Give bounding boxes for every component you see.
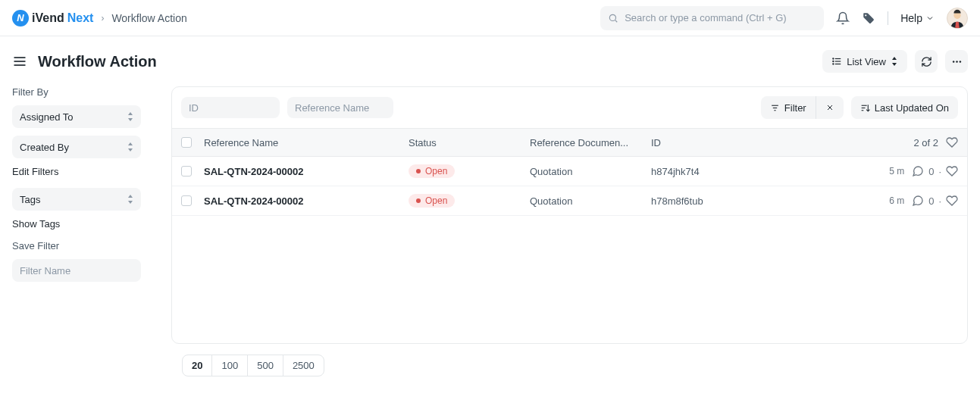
search-icon	[608, 13, 618, 23]
list-card: Filter Last Updated On Reference Name St…	[171, 86, 968, 344]
page-size-20[interactable]: 20	[183, 355, 212, 376]
reference-name-filter-input[interactable]	[287, 97, 393, 118]
heart-icon[interactable]	[946, 195, 958, 207]
row-timestamp: 5 m	[889, 166, 904, 177]
assigned-to-label: Assigned To	[20, 111, 74, 123]
page-title: Workflow Action	[38, 53, 822, 70]
svg-point-13	[956, 61, 958, 63]
list-header: Reference Name Status Reference Documen.…	[172, 128, 967, 157]
nav-divider	[888, 11, 888, 25]
col-header-id[interactable]: ID	[651, 137, 844, 148]
select-arrows-icon	[127, 142, 133, 152]
filter-name-input[interactable]	[12, 259, 141, 282]
created-by-select[interactable]: Created By	[12, 136, 141, 158]
meta-separator: ·	[938, 166, 941, 177]
brand-text-1: iVend	[32, 11, 64, 25]
comment-icon[interactable]	[912, 165, 924, 177]
col-header-reference-name[interactable]: Reference Name	[204, 137, 409, 148]
filter-label: Filter	[784, 102, 806, 114]
row-reference-name: SAL-QTN-2024-00002	[204, 166, 409, 177]
select-arrows-icon	[891, 57, 898, 66]
breadcrumb-separator-icon: ›	[101, 13, 104, 23]
col-header-reference-document[interactable]: Reference Documen...	[530, 137, 651, 148]
brand-text-2: Next	[67, 11, 94, 25]
brand-logo[interactable]: N iVendNext	[12, 10, 93, 27]
comment-icon[interactable]	[912, 195, 924, 207]
page-size-2500[interactable]: 2500	[283, 355, 324, 376]
page-size-100[interactable]: 100	[212, 355, 248, 376]
id-filter-input[interactable]	[181, 97, 280, 118]
row-id: h78m8f6tub	[651, 195, 844, 207]
sort-label: Last Updated On	[875, 102, 949, 114]
svg-point-0	[610, 14, 616, 20]
search-placeholder: Search or type a command (Ctrl + G)	[625, 12, 787, 23]
row-reference-name: SAL-QTN-2024-00002	[204, 195, 409, 207]
status-dot-icon	[416, 198, 421, 203]
sort-button[interactable]: Last Updated On	[851, 96, 958, 119]
row-comment-count: 0	[928, 166, 934, 177]
help-label: Help	[900, 12, 922, 24]
breadcrumb-item[interactable]: Workflow Action	[111, 12, 186, 24]
table-row[interactable]: SAL-QTN-2024-00002 Open Quotation h78m8f…	[172, 186, 967, 216]
status-badge: Open	[409, 194, 455, 208]
save-filter-label: Save Filter	[12, 240, 153, 251]
svg-point-12	[952, 61, 954, 63]
page-header: Workflow Action List View	[0, 36, 980, 86]
notifications-icon[interactable]	[836, 11, 850, 25]
status-text: Open	[425, 166, 447, 177]
select-arrows-icon	[127, 112, 133, 121]
user-avatar[interactable]	[947, 8, 968, 29]
row-id: h874jhk7t4	[651, 166, 844, 177]
meta-separator: ·	[938, 195, 941, 207]
created-by-label: Created By	[20, 142, 69, 153]
top-navbar: N iVendNext › Workflow Action Search or …	[0, 0, 980, 36]
show-tags-link[interactable]: Show Tags	[12, 218, 153, 230]
page-size-500[interactable]: 500	[248, 355, 283, 376]
row-reference-document: Quotation	[530, 195, 651, 207]
tag-icon[interactable]	[862, 11, 875, 25]
heart-icon[interactable]	[946, 165, 958, 177]
row-timestamp: 6 m	[889, 195, 904, 206]
status-badge: Open	[409, 164, 455, 178]
heart-icon[interactable]	[946, 136, 958, 148]
filter-by-label: Filter By	[12, 86, 153, 98]
pagination-bar: 20 100 500 2500	[171, 344, 335, 387]
select-all-checkbox[interactable]	[181, 137, 192, 148]
svg-point-11	[833, 64, 834, 64]
assigned-to-select[interactable]: Assigned To	[12, 105, 141, 128]
list-icon	[831, 56, 842, 67]
chevron-down-icon	[925, 14, 935, 23]
view-switcher-label: List View	[847, 56, 886, 67]
clear-filter-button[interactable]	[816, 96, 844, 119]
row-comment-count: 0	[928, 195, 934, 207]
filter-button[interactable]: Filter	[761, 96, 816, 119]
col-header-status[interactable]: Status	[409, 137, 530, 148]
tags-select[interactable]: Tags	[12, 188, 141, 211]
row-checkbox[interactable]	[181, 166, 192, 177]
svg-point-14	[959, 61, 961, 63]
help-menu[interactable]: Help	[900, 12, 935, 24]
edit-filters-link[interactable]: Edit Filters	[12, 166, 153, 177]
sidebar-toggle-icon[interactable]	[12, 54, 27, 69]
dots-horizontal-icon	[951, 56, 963, 67]
row-reference-document: Quotation	[530, 166, 651, 177]
brand-mark-icon: N	[12, 10, 29, 27]
close-icon	[825, 103, 834, 112]
table-row[interactable]: SAL-QTN-2024-00002 Open Quotation h874jh…	[172, 157, 967, 186]
more-actions-button[interactable]	[945, 50, 968, 73]
tags-label: Tags	[20, 194, 40, 205]
row-count: 2 of 2	[913, 137, 938, 148]
select-arrows-icon	[127, 195, 133, 204]
filter-button-group: Filter	[761, 96, 844, 119]
sort-icon	[860, 103, 870, 113]
filters-sidebar: Filter By Assigned To Created By Edit Fi…	[12, 86, 171, 344]
row-checkbox[interactable]	[181, 195, 192, 206]
view-switcher[interactable]: List View	[822, 50, 907, 73]
filter-icon	[770, 103, 780, 113]
svg-point-10	[833, 61, 834, 61]
svg-line-1	[615, 20, 618, 22]
refresh-icon	[921, 56, 932, 67]
refresh-button[interactable]	[915, 50, 938, 73]
global-search[interactable]: Search or type a command (Ctrl + G)	[600, 6, 824, 30]
status-text: Open	[425, 195, 447, 206]
